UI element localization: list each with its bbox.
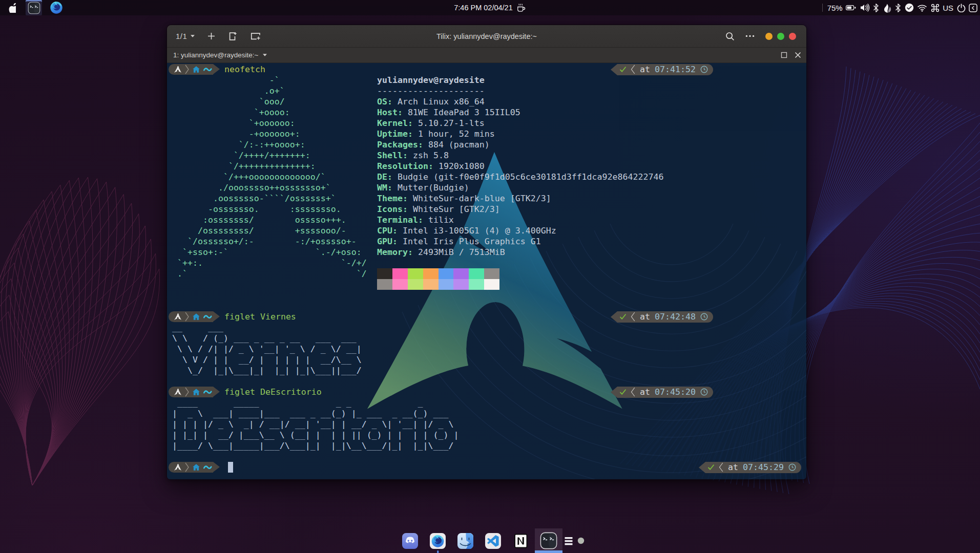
- neofetch-info-line: DE: Budgie (git-f0e0f9f1d05c6ce30181d3ff…: [377, 172, 663, 182]
- tray-collapse-icon: [969, 4, 977, 12]
- close-terminal-icon: [795, 52, 801, 58]
- keyboard-layout-indicator[interactable]: US: [943, 4, 953, 12]
- command-text: neofetch: [224, 64, 265, 75]
- prompt-separator-icon: [185, 65, 189, 74]
- tilix-app-icon: [28, 2, 40, 14]
- tray-separator: [822, 4, 823, 12]
- neofetch-value: Mutter(Budgie): [392, 183, 469, 193]
- bluetooth-button-2[interactable]: [895, 4, 901, 12]
- wifi-icon: [917, 4, 927, 12]
- command-key-icon: [931, 4, 940, 12]
- battery-indicator[interactable]: [846, 5, 856, 11]
- topbar-tilix-app-button[interactable]: [26, 0, 42, 15]
- neofetch-info-line: Theme: WhiteSur-dark-blue [GTK2/3]: [377, 193, 663, 204]
- palette-swatch: [469, 279, 484, 290]
- trash-dot-icon: [577, 537, 585, 544]
- badge-time: 07:45:20: [655, 387, 696, 397]
- apple-menu-button[interactable]: [3, 3, 19, 13]
- dock-firefox[interactable]: [424, 528, 452, 553]
- updates-button[interactable]: [905, 3, 914, 12]
- minimize-button[interactable]: [765, 33, 773, 40]
- tray-collapse-button[interactable]: [969, 4, 977, 12]
- bluetooth-button[interactable]: [873, 4, 879, 12]
- tilde-symbol: [203, 390, 212, 395]
- wifi-button[interactable]: [917, 4, 927, 12]
- caffeine-icon: [516, 3, 526, 12]
- palette-row: [377, 268, 499, 279]
- maximize-terminal-button[interactable]: [781, 52, 787, 58]
- tab-terminal-1[interactable]: 1: yuliannydev@raydesite:~: [173, 51, 267, 59]
- dock-notion[interactable]: [507, 528, 535, 553]
- dock-vscode[interactable]: [479, 528, 507, 553]
- neofetch-label: Terminal:: [377, 215, 423, 225]
- top-panel: 7:46 PM 02/04/21 75% US: [0, 0, 980, 15]
- command-key-button[interactable]: [931, 4, 940, 12]
- close-button[interactable]: [789, 33, 796, 40]
- neofetch-label: OS:: [377, 97, 392, 107]
- volume-button[interactable]: [860, 4, 870, 12]
- menu-dots-icon: [745, 35, 755, 37]
- add-terminal-button[interactable]: [207, 32, 215, 40]
- vscode-icon: [485, 533, 502, 549]
- new-session-button[interactable]: [228, 32, 237, 41]
- dock-finder[interactable]: [452, 528, 479, 553]
- session-indicator-label: 1/1: [176, 32, 187, 40]
- neofetch-separator: ---------------------: [377, 86, 663, 96]
- neofetch-value: WhiteSur [GTK2/3]: [408, 204, 500, 214]
- badge-time: 07:42:48: [655, 311, 696, 322]
- timestamp-badge: at07:45:29: [705, 462, 801, 473]
- window-titlebar[interactable]: 1/1 Tilix: yuliannydev@raydesite:~: [167, 25, 806, 48]
- palette-row: [377, 279, 499, 290]
- dock-discord[interactable]: [397, 528, 424, 553]
- session-indicator-button[interactable]: 1/1: [176, 32, 195, 40]
- power-button[interactable]: [957, 4, 966, 12]
- palette-swatch: [408, 268, 423, 279]
- clock-icon: [700, 66, 708, 73]
- neofetch-label: Resolution:: [377, 161, 433, 171]
- firefox-running-indicator: [437, 550, 439, 553]
- neofetch-info-line: Icons: WhiteSur [GTK2/3]: [377, 204, 663, 215]
- neofetch-label: Icons:: [377, 204, 408, 214]
- neofetch-label: Theme:: [377, 194, 408, 203]
- new-window-button[interactable]: [251, 32, 261, 40]
- neofetch-info-line: Resolution: 1920x1080: [377, 161, 663, 172]
- clock-icon: [700, 388, 708, 396]
- palette-swatch: [423, 279, 439, 290]
- battery-percent: 75%: [827, 4, 843, 12]
- window-title: Tilix: yuliannydev@raydesite:~: [436, 32, 537, 40]
- neofetch-label: Uptime:: [377, 129, 413, 139]
- neofetch-info-line: Terminal: tilix: [377, 215, 663, 225]
- clock-applet[interactable]: 7:46 PM 02/04/21: [454, 0, 526, 15]
- dock-app-menu[interactable]: [562, 528, 575, 553]
- terminal-tabbar: 1: yuliannydev@raydesite:~: [167, 48, 806, 63]
- neofetch-label: Packages:: [377, 140, 423, 150]
- neofetch-value: 5.10.27-1-lts: [413, 118, 485, 128]
- palette-swatch: [439, 268, 454, 279]
- search-button[interactable]: [725, 32, 735, 41]
- check-icon: [620, 389, 626, 395]
- dock-tilix-terminal[interactable]: [535, 528, 562, 553]
- badge-time: 07:45:29: [743, 462, 784, 473]
- timestamp-badge: at07:42:48: [617, 311, 713, 323]
- restore-terminal-icon: [781, 52, 787, 58]
- window-menu-button[interactable]: [745, 35, 755, 37]
- timestamp-badge: at07:41:52: [617, 64, 713, 75]
- dock-trash[interactable]: [575, 528, 587, 553]
- neofetch-value: 81WE IdeaPad 3 15IIL05: [403, 108, 520, 117]
- maximize-button[interactable]: [777, 33, 784, 40]
- prompt-separator-icon: [185, 312, 189, 322]
- new-tab-icon: [207, 32, 215, 40]
- neofetch-info: yuliannydev@raydesite-------------------…: [377, 75, 663, 258]
- close-tab-button[interactable]: [795, 52, 801, 58]
- arch-logo-icon: [174, 389, 181, 395]
- prompt-separator-icon: [185, 462, 189, 472]
- terminal-cursor: [228, 462, 233, 473]
- palette-swatch: [423, 268, 439, 279]
- topbar-firefox-app-button[interactable]: [48, 0, 65, 15]
- terminal-content[interactable]: -` .o+` `ooo/ `+oooo: `+oooooo: -+oooooo…: [167, 63, 806, 480]
- figlet-viernes-output: __ ___ \ \ / (_) ___ _ __ _ __ ___ ___ \…: [172, 322, 362, 376]
- check-icon: [708, 464, 714, 470]
- new-session-icon: [228, 32, 237, 41]
- tilix-window: 1/1 Tilix: yuliannydev@raydesite:~ 1: yu…: [166, 25, 807, 480]
- flame-applet-button[interactable]: [883, 3, 892, 13]
